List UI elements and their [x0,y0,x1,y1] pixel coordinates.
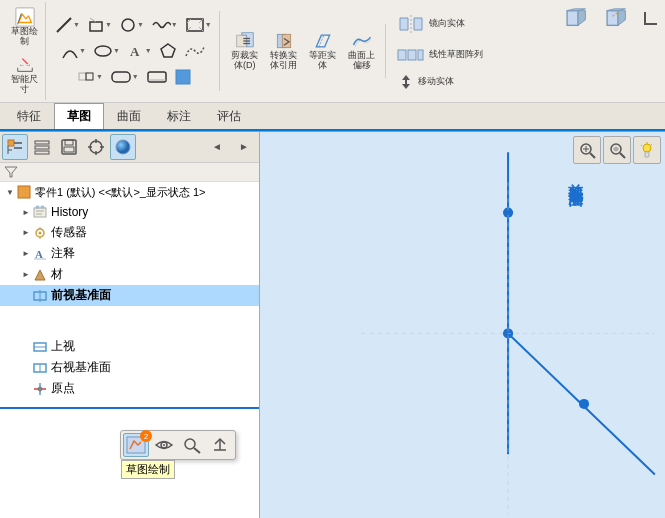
polygon-button[interactable] [156,39,180,63]
tab-surface[interactable]: 曲面 [104,103,154,129]
mirror-button[interactable]: 镜向实体 [394,10,468,38]
mini-sketch-button[interactable]: 2 [123,433,149,457]
tree-top-view-label: 上视 [51,338,75,355]
mini-toolbar: 2 [120,430,236,460]
panel-btn-crosshair[interactable] [83,134,109,160]
panel-scroll-left[interactable]: ◄ [204,134,230,160]
svg-rect-56 [41,206,44,208]
text-button[interactable]: A ▼ [124,39,155,63]
filter-bar [0,163,259,183]
tree-item-front-view[interactable]: 前视基准面 1 [0,285,259,306]
tree-item-origin[interactable]: 原点 [0,378,259,399]
mini-toolbar-tooltip: 草图绘制 [121,460,175,479]
tab-evaluate[interactable]: 评估 [204,103,254,129]
svg-rect-40 [35,146,49,149]
tree-root[interactable]: ▼ 零件1 (默认) <<默认>_显示状态 1> [0,182,259,202]
tree-item-material[interactable]: ► 材 [0,264,259,285]
toolbar-section-lines: ▼ ▼ ▼ [48,11,220,91]
svg-rect-30 [408,50,416,60]
tree-annotation-icon: A [32,246,48,262]
sketch-draw-icon [15,7,35,27]
tree-root-label: 零件1 (默认) <<默认>_显示状态 1> [35,185,206,200]
extra3-button[interactable] [143,65,171,89]
cad-view-label: 前视基准面 [566,172,585,182]
line-tools-row2: ▼ ▼ A ▼ [58,39,209,63]
tab-features[interactable]: 特征 [4,103,54,129]
svg-rect-34 [8,140,14,146]
svg-rect-29 [398,50,406,60]
center-rect-button[interactable]: ▼ [84,13,115,37]
ellipse-button[interactable]: ▼ [90,39,123,63]
tab-dimension[interactable]: 标注 [154,103,204,129]
tree-history-label: History [51,205,88,219]
tree-item-sensor[interactable]: ► 传感器 [0,222,259,243]
tree-item-annotation[interactable]: ► A 注释 [0,243,259,264]
view-label-text: 前视基准面 [568,172,585,182]
convert-button[interactable]: 转换实 体引用 [265,28,303,74]
line-tools-row1: ▼ ▼ ▼ [52,13,215,37]
tree-history-arrow: ► [20,206,32,218]
circle-button[interactable]: ▼ [116,13,147,37]
wave-button[interactable]: ▼ [148,13,181,37]
main-area: ◄ ► ▼ [0,132,665,518]
toolbar-container: 草图绘 制 ←→ 智能尺 寸 [0,0,665,132]
svg-rect-55 [36,206,39,208]
surface-offset-button[interactable]: 曲面上 偏移 [343,28,381,74]
tree-top-view-icon [32,339,48,355]
svg-line-69 [194,448,200,453]
tree-origin-icon [32,381,48,397]
arrow-up-icon [210,436,230,454]
tree-history-icon [32,204,48,220]
move-label: 移动实体 [418,77,454,87]
svg-rect-39 [35,141,49,144]
mirror-row: 镜向实体 [394,10,486,38]
svg-point-67 [163,444,165,446]
panel-btn-parts[interactable] [2,134,28,160]
tree-front-view-icon [32,288,48,304]
mini-eye-button[interactable] [151,433,177,457]
tree-item-right-view[interactable]: 右视基准面 [0,357,259,378]
tree-item-history[interactable]: ► History [0,202,259,222]
extra1-button[interactable]: ▼ [73,65,106,89]
line-button[interactable]: ▼ [52,13,83,37]
extra2-button[interactable]: ▼ [107,65,142,89]
panel-btn-save[interactable] [56,134,82,160]
arc-button[interactable]: ▼ [58,39,89,63]
tree-item-top-view[interactable]: 上视 [0,336,259,357]
sketch-draw-button[interactable]: 草图绘 制 [8,4,41,50]
toolbar-section-sketch: 草图绘 制 ←→ 智能尺 寸 [4,2,46,100]
move-row: 移动实体 [394,72,486,92]
svg-rect-32 [567,11,578,26]
linear-array-button[interactable]: 线性草图阵列 [394,41,486,69]
panel-btn-sphere[interactable] [110,134,136,160]
spline-button[interactable] [181,39,209,63]
ops-row1: 剪裁实 体(D) 转换实 体引用 [226,28,381,74]
corner-icon [643,10,659,26]
mini-arrow-up-button[interactable] [207,433,233,457]
svg-rect-52 [34,208,46,217]
svg-text:A: A [130,44,140,59]
svg-text:A: A [35,248,43,260]
surface-offset-icon [352,31,372,51]
tab-sketch[interactable]: 草图 [54,103,104,129]
svg-marker-15 [161,44,175,57]
smart-dim-button[interactable]: ←→ 智能尺 寸 [8,52,41,98]
tree-sensor-label: 传感器 [51,224,87,241]
rect2-button[interactable]: ▼ [182,13,215,37]
panel-btn-list[interactable] [29,134,55,160]
tree-right-view-icon [32,360,48,376]
panel-scroll-right[interactable]: ► [231,134,257,160]
blue-rect-button[interactable] [172,66,194,88]
equidist-icon [313,31,333,51]
sketch-draw-label2: 制 [20,37,29,47]
svg-rect-27 [282,34,290,47]
save-icon [60,138,78,156]
mini-search-button[interactable] [179,433,205,457]
tree-root-icon [16,184,32,200]
cut-solid-button[interactable]: 剪裁实 体(D) [226,28,264,74]
cad-icon-2[interactable] [601,4,637,32]
equidist-button[interactable]: 等距实 体 [304,28,342,74]
svg-point-50 [116,140,130,154]
cad-icon-1[interactable] [561,4,597,32]
tree-annotation-label: 注释 [51,245,75,262]
